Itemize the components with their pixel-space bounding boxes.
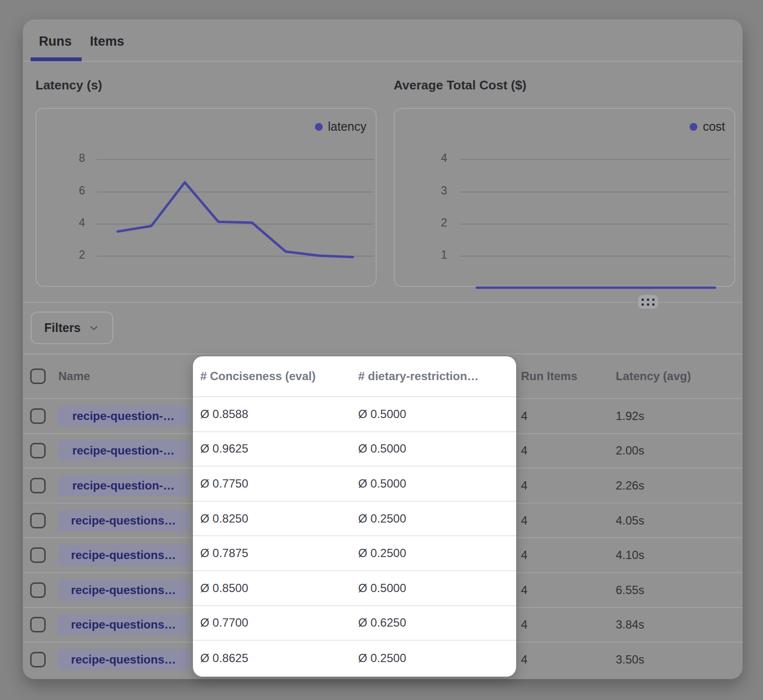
run-name-badge[interactable]: recipe-questions… xyxy=(57,614,190,635)
run-items-cell: 4 xyxy=(521,409,527,423)
cost-chart-title: Average Total Cost ($) xyxy=(394,78,526,93)
run-items-cell: 4 xyxy=(521,548,527,562)
run-name-badge[interactable]: recipe-question-… xyxy=(57,475,190,496)
row-checkbox[interactable] xyxy=(30,408,46,424)
latency-avg-cell: 3.84s xyxy=(616,618,644,631)
cost-line-chart xyxy=(395,109,736,288)
highlight-row: Ø 0.8500 Ø 0.5000 xyxy=(193,571,516,606)
highlight-row: Ø 0.8250 Ø 0.2500 xyxy=(193,502,516,537)
run-name-badge[interactable]: recipe-question-… xyxy=(57,440,190,461)
run-name-badge[interactable]: recipe-questions… xyxy=(57,649,190,670)
row-checkbox[interactable] xyxy=(30,617,46,632)
dietary-score-cell: Ø 0.5000 xyxy=(358,407,406,421)
conciseness-score-cell: Ø 0.7700 xyxy=(200,616,248,630)
highlight-row: Ø 0.7875 Ø 0.2500 xyxy=(193,536,516,571)
resize-drag-handle-icon[interactable] xyxy=(638,295,658,309)
conciseness-score-cell: Ø 0.9625 xyxy=(200,442,248,455)
active-tab-indicator xyxy=(31,57,82,61)
dietary-score-cell: Ø 0.5000 xyxy=(358,477,406,490)
run-items-cell: 4 xyxy=(521,583,527,597)
column-header-name: Name xyxy=(58,369,90,383)
dietary-score-cell: Ø 0.6250 xyxy=(358,616,406,630)
run-items-cell: 4 xyxy=(521,618,527,631)
conciseness-score-cell: Ø 0.7875 xyxy=(200,546,248,560)
column-header-run-items: Run Items xyxy=(521,369,577,383)
filters-button[interactable]: Filters xyxy=(31,312,113,344)
select-all-checkbox[interactable] xyxy=(30,368,46,384)
section-divider xyxy=(23,302,743,303)
tab-bar: Runs Items xyxy=(23,19,743,62)
row-checkbox[interactable] xyxy=(30,443,46,458)
row-checkbox[interactable] xyxy=(30,652,46,667)
run-items-cell: 4 xyxy=(521,653,527,666)
tab-runs[interactable]: Runs xyxy=(39,34,72,49)
run-name-badge[interactable]: recipe-questions… xyxy=(57,579,190,601)
dietary-score-cell: Ø 0.2500 xyxy=(358,651,406,665)
highlighted-score-columns: # Conciseness (eval) # dietary-restricti… xyxy=(193,356,516,677)
dietary-score-cell: Ø 0.2500 xyxy=(358,546,406,560)
highlight-row: Ø 0.8588 Ø 0.5000 xyxy=(193,397,516,432)
conciseness-score-cell: Ø 0.8500 xyxy=(200,581,248,595)
row-checkbox[interactable] xyxy=(30,547,46,563)
latency-avg-cell: 4.05s xyxy=(616,514,644,527)
column-header-latency-avg: Latency (avg) xyxy=(616,369,691,383)
cost-chart-panel: cost 4 3 2 1 xyxy=(394,108,735,287)
highlight-row: Ø 0.7700 Ø 0.6250 xyxy=(193,606,516,641)
latency-avg-cell: 2.00s xyxy=(616,444,644,457)
run-name-badge[interactable]: recipe-questions… xyxy=(57,510,190,531)
conciseness-score-cell: Ø 0.7750 xyxy=(200,477,248,490)
column-header-conciseness: # Conciseness (eval) xyxy=(200,369,315,383)
row-checkbox[interactable] xyxy=(30,478,46,493)
dietary-score-cell: Ø 0.2500 xyxy=(358,512,406,525)
latency-avg-cell: 1.92s xyxy=(616,409,644,423)
latency-avg-cell: 4.10s xyxy=(616,548,644,562)
row-checkbox[interactable] xyxy=(30,513,46,528)
chevron-down-icon xyxy=(88,322,100,334)
tab-items[interactable]: Items xyxy=(90,34,124,49)
run-name-badge[interactable]: recipe-questions… xyxy=(57,544,190,566)
latency-chart-panel: latency 8 6 4 2 xyxy=(35,108,377,287)
run-items-cell: 4 xyxy=(521,444,527,457)
dietary-score-cell: Ø 0.5000 xyxy=(358,581,406,595)
latency-line-chart xyxy=(36,109,378,288)
conciseness-score-cell: Ø 0.8250 xyxy=(200,512,248,525)
dietary-score-cell: Ø 0.5000 xyxy=(358,442,406,455)
latency-chart-title: Latency (s) xyxy=(35,78,102,93)
latency-avg-cell: 6.55s xyxy=(616,583,644,597)
run-name-badge[interactable]: recipe-question-… xyxy=(57,405,190,427)
conciseness-score-cell: Ø 0.8625 xyxy=(200,651,248,665)
conciseness-score-cell: Ø 0.8588 xyxy=(200,407,248,421)
highlight-row: Ø 0.9625 Ø 0.5000 xyxy=(193,432,516,467)
filters-button-label: Filters xyxy=(44,321,81,335)
run-items-cell: 4 xyxy=(521,479,527,492)
latency-avg-cell: 2.26s xyxy=(616,479,644,492)
highlight-header-row: # Conciseness (eval) # dietary-restricti… xyxy=(193,356,516,397)
latency-avg-cell: 3.50s xyxy=(616,653,644,666)
page-background: Runs Items Latency (s) Average Total Cos… xyxy=(0,0,763,700)
column-header-dietary-restriction: # dietary-restriction… xyxy=(358,369,479,383)
highlight-row: Ø 0.8625 Ø 0.2500 xyxy=(193,641,516,676)
highlight-row: Ø 0.7750 Ø 0.5000 xyxy=(193,467,516,502)
row-checkbox[interactable] xyxy=(30,582,46,598)
run-items-cell: 4 xyxy=(521,514,527,527)
